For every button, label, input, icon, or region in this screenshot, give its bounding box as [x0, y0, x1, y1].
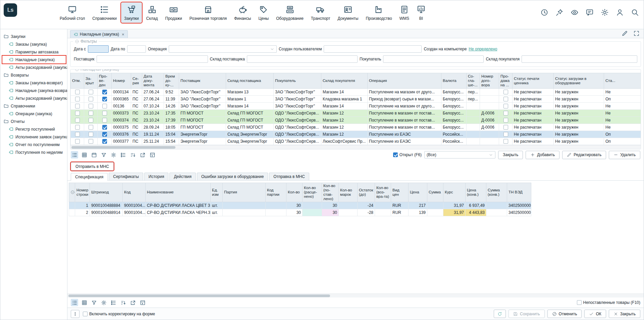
column-header[interactable]: Номер дого-вора	[480, 73, 499, 89]
column-header[interactable]: Се-рия	[131, 73, 142, 89]
more-menu-button[interactable]	[71, 310, 79, 318]
nav-item[interactable]: Закупки	[121, 2, 142, 23]
settings-icon[interactable]	[110, 151, 117, 158]
nav-item[interactable]: Рабочий стол	[57, 2, 88, 23]
horizontal-scrollbar[interactable]	[70, 145, 641, 149]
column-header[interactable]: Вид цен	[391, 183, 409, 202]
column-header[interactable]: Сумма (конв.)	[486, 183, 507, 202]
sidebar-item[interactable]: Операции (закупка)	[2, 110, 66, 118]
nav-item[interactable]: Производство	[363, 2, 395, 23]
nav-item[interactable]: Розничная торговля	[186, 2, 230, 23]
sidebar-group[interactable]: Возвраты	[2, 71, 66, 79]
nav-item[interactable]: Документы	[335, 2, 362, 23]
sort-icon[interactable]	[129, 151, 137, 158]
sidebar-item[interactable]: Параметры автозаказа	[2, 48, 66, 56]
table-row[interactable]: 0000134ПС27.06.249:52ЗАО "ЛюксСофтТорг"М…	[71, 89, 641, 96]
refresh-button[interactable]	[494, 310, 506, 318]
column-header[interactable]	[69, 183, 75, 202]
sidebar-group[interactable]: Отчеты	[2, 118, 66, 125]
table-row[interactable]: 0000374ПС23.10.2417:39ГП МОГОСТСклад ГП …	[71, 117, 641, 124]
adjustment-checkbox[interactable]: Включить корректировку на форме	[83, 312, 155, 316]
detail-tab[interactable]: История	[144, 173, 169, 180]
edit-pencil-icon[interactable]	[622, 30, 628, 37]
row-checkbox[interactable]	[75, 111, 80, 116]
column-header[interactable]: Партия	[223, 183, 266, 202]
checkbox[interactable]	[577, 300, 582, 305]
scrollbar-thumb[interactable]	[68, 294, 330, 297]
gear-icon[interactable]	[601, 8, 609, 16]
column-header[interactable]: За-крыт	[84, 73, 98, 89]
row-checkbox[interactable]	[503, 139, 508, 144]
row-checkbox[interactable]	[102, 132, 107, 137]
row-checkbox[interactable]	[102, 139, 107, 144]
column-header[interactable]: Код партии	[266, 183, 286, 202]
sidebar-item[interactable]: Акты расходований (закупка-в...	[2, 94, 66, 102]
table-row[interactable]: 00136ПС07.10.2414:26ЗАО "ЛюксСофтТорг"Ма…	[71, 103, 641, 110]
buyer-input[interactable]	[383, 55, 484, 63]
detail-tab[interactable]: Отправка в МНС	[269, 173, 309, 180]
column-header[interactable]: Отм.	[71, 73, 84, 89]
checkbox[interactable]	[393, 152, 398, 157]
column-header[interactable]: Статус загрузки в оборудование	[554, 73, 604, 89]
row-checkbox[interactable]	[75, 97, 80, 101]
row-checkbox[interactable]	[503, 125, 508, 130]
calendar-icon[interactable]	[90, 151, 98, 158]
detail-tab[interactable]: Действия	[169, 173, 196, 180]
column-header[interactable]: Сумма	[427, 183, 443, 202]
row-checkbox[interactable]	[89, 111, 93, 116]
scrollbar-thumb[interactable]	[71, 146, 175, 149]
row-checkbox[interactable]	[89, 132, 93, 137]
user-icon[interactable]	[616, 8, 624, 16]
chat-icon[interactable]	[586, 8, 594, 16]
tab-close-icon[interactable]: ×	[122, 32, 124, 37]
column-header[interactable]: Врем до-ку-...	[164, 73, 179, 89]
nav-item[interactable]: Справочники	[89, 2, 120, 23]
row-checkbox[interactable]	[75, 139, 80, 144]
column-header[interactable]: Кол-во	[286, 183, 303, 202]
edit-button[interactable]: Редактировать	[562, 151, 606, 159]
column-header[interactable]: Номер	[112, 73, 131, 89]
tab-invoices-purchase[interactable]: Накладные (закупка) ×	[70, 30, 128, 38]
row-checkbox[interactable]	[503, 111, 508, 116]
column-header[interactable]: Со-гла-ше-...	[467, 73, 480, 89]
column-header[interactable]: Статус печати ценника	[513, 73, 554, 89]
delete-button[interactable]: Удалить	[609, 151, 640, 159]
column-header[interactable]: Поставщик	[179, 73, 226, 89]
column-header[interactable]: Кол-во марок	[339, 183, 358, 202]
sidebar-group[interactable]: Справочники	[2, 102, 66, 110]
sidebar-item[interactable]: Накладные (закупка-возврат)	[2, 87, 66, 94]
grid-view-icon[interactable]	[80, 151, 88, 158]
created-on-link[interactable]: Не определено	[469, 47, 497, 51]
column-header[interactable]: Склад покупателя	[321, 73, 368, 89]
row-checkbox[interactable]	[75, 90, 80, 94]
column-header[interactable]: Склад поставщика	[226, 73, 274, 89]
column-header[interactable]: Номер строки	[75, 183, 90, 202]
row-checkbox[interactable]	[102, 118, 107, 123]
column-header[interactable]: Ста...	[604, 73, 641, 89]
table-row[interactable]: 1900010048888490001004...СР-ВО Д/СТИРКИ …	[69, 202, 531, 209]
row-checkbox[interactable]	[89, 139, 93, 144]
row-checkbox[interactable]	[89, 125, 93, 130]
detail-tab[interactable]: Сертификаты	[109, 173, 143, 180]
column-header[interactable]: Ед. изм	[211, 183, 223, 202]
row-checkbox[interactable]	[503, 104, 508, 108]
row-checkbox[interactable]	[75, 118, 80, 123]
sidebar-item[interactable]: Регистр поступлений	[2, 125, 66, 133]
sidebar-item[interactable]: Заказы (закупка)	[2, 40, 66, 48]
nav-item[interactable]: WMS	[396, 2, 412, 23]
row-checkbox[interactable]	[503, 97, 508, 101]
column-header[interactable]: Остаток (до)	[358, 183, 375, 202]
sidebar-item[interactable]: Заказы (закупка-возврат)	[2, 79, 66, 87]
row-checkbox[interactable]	[503, 118, 508, 123]
row-checkbox[interactable]	[102, 90, 107, 94]
sidebar-item[interactable]: Акты расходований (закупка)	[2, 63, 66, 71]
numbered-list-icon[interactable]	[110, 299, 117, 306]
row-checkbox[interactable]	[89, 90, 93, 94]
column-header[interactable]: ТН ВЭД	[507, 183, 531, 202]
column-header[interactable]: Цена	[409, 183, 427, 202]
unposted-checkbox[interactable]: Непоставленные товары (F10)	[577, 300, 640, 305]
table-row[interactable]: 0000377ПС25.11.2415:54ЭнергетикТоргСклад…	[71, 138, 641, 145]
sidebar-item[interactable]: Исполнение заявок (закупка)	[2, 133, 66, 141]
row-checkbox[interactable]	[89, 104, 93, 108]
row-checkbox[interactable]	[102, 97, 107, 101]
